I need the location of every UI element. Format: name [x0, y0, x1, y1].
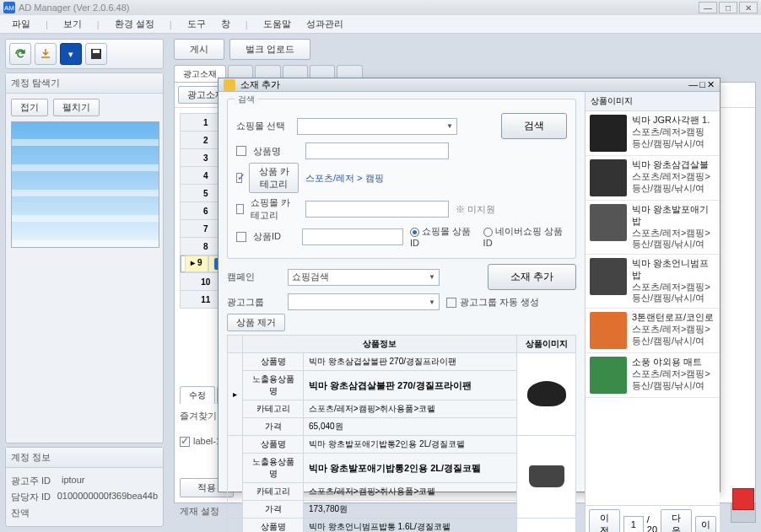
save-button[interactable]: [85, 43, 107, 65]
gallery-item-title: 빅마 JGR사각팬 1.: [632, 115, 710, 126]
mall-select[interactable]: ▼: [297, 118, 457, 135]
p3-image: [517, 519, 576, 533]
tab-edit[interactable]: 수정: [180, 386, 215, 404]
gallery-item[interactable]: 소풍 야외용 매트스포츠/레저>캠핑>등산/캠핑/낚시/여: [586, 353, 720, 398]
radio-mall-id[interactable]: 쇼핑몰 상품ID: [410, 225, 477, 248]
refresh-button[interactable]: [9, 43, 31, 65]
campaign-label: 캠페인: [227, 271, 281, 283]
menu-help[interactable]: 도움말: [256, 16, 298, 32]
p2-exp: 빅마 왕초발포애기밥통2인용 2L/경질코펠: [304, 454, 517, 483]
owner-id-label: 담당자 ID: [11, 491, 57, 503]
menu-window[interactable]: 창: [214, 16, 237, 32]
page-input[interactable]: [623, 516, 644, 532]
gallery-thumb: [590, 204, 627, 241]
dialog-title: 소재 추가: [240, 78, 280, 91]
account-info-title: 계정 정보: [6, 448, 163, 468]
p2-price: 173,780원: [304, 501, 517, 519]
product-name-label: 상품명: [253, 145, 281, 158]
gallery-item[interactable]: 빅마 왕초언니범프밥스포츠/레저>캠핑>등산/캠핑/낚시/여: [586, 255, 720, 309]
balance-label: 잔액: [11, 507, 62, 519]
account-tree-thumbnail[interactable]: [11, 121, 159, 248]
app-icon: AM: [3, 2, 15, 13]
advertiser-id-label: 광고주 ID: [11, 475, 62, 487]
p1-exp: 빅마 왕초삼겹살불판 270/경질프라이팬: [304, 371, 517, 400]
unfold-button[interactable]: 펼치기: [53, 99, 100, 116]
dialog-icon: [224, 79, 235, 91]
adgroup-select[interactable]: ▼: [288, 293, 440, 310]
maximize-button[interactable]: □: [719, 2, 737, 13]
product-id-checkbox[interactable]: [236, 232, 246, 242]
adgroup-label: 광고그룹: [227, 296, 281, 309]
campaign-select[interactable]: 쇼핑검색▼: [288, 269, 440, 286]
dialog-maximize-button[interactable]: □: [699, 79, 705, 90]
gallery-thumb: [590, 357, 627, 394]
product-id-label: 상품ID: [253, 230, 281, 243]
p1-name: 빅마 왕초삼겹살불판 270/경질프라이팬: [304, 353, 517, 371]
gallery-item-title: 3톤랜턴로프/코인로: [632, 312, 714, 324]
mall-category-checkbox[interactable]: [236, 204, 244, 214]
p1-price: 65,040원: [304, 418, 517, 436]
gallery-item[interactable]: 빅마 왕초삼겹살불스포츠/레저>캠핑>등산/캠핑/낚시/여: [586, 156, 720, 201]
gallery-item[interactable]: 3톤랜턴로프/코인로스포츠/레저>캠핑>등산/캠핑/낚시/여: [586, 309, 720, 353]
next-page-button[interactable]: 다음: [661, 509, 692, 532]
gallery-item[interactable]: 빅마 JGR사각팬 1.스포츠/레저>캠핑등산/캠핑/낚시/여: [586, 111, 720, 156]
gallery-item-title: 소풍 야외용 매트: [632, 357, 710, 368]
unsupported-label: ※ 미지원: [456, 203, 495, 216]
mall-category-label: 쇼핑몰 카테고리: [251, 196, 299, 222]
gallery-thumb: [590, 258, 627, 295]
gallery-item-title: 빅마 왕초삼겹살불: [632, 159, 710, 171]
product-id-input[interactable]: [302, 228, 403, 245]
product-name-input[interactable]: [305, 142, 449, 159]
row-selector[interactable]: ▸: [228, 353, 243, 436]
mall-select-label: 쇼핑몰 선택: [236, 120, 290, 132]
menubar: 파일 | 보기 | 환경 설정 | 도구 창 | 도움말 성과관리: [0, 15, 761, 34]
p2-image: [517, 436, 576, 519]
close-button[interactable]: ✕: [739, 2, 758, 13]
dialog-close-button[interactable]: ✕: [707, 79, 715, 90]
menu-perf[interactable]: 성과관리: [300, 16, 350, 32]
search-button[interactable]: 검색: [501, 113, 567, 139]
menu-tool[interactable]: 도구: [181, 16, 213, 32]
gallery-title: 상품이미지: [586, 92, 720, 111]
add-material-dialog: 소재 추가 — □ ✕ 검색 쇼핑몰 선택 ▼ 검색 상품명: [218, 78, 721, 492]
brand-badge: [732, 488, 754, 510]
app-titlebar: AM AD Manager (Ver 2.0.6.48) — □ ✕: [0, 0, 761, 15]
mall-category-input[interactable]: [305, 201, 449, 218]
menu-view[interactable]: 보기: [57, 16, 89, 32]
publish-button[interactable]: 게시: [174, 39, 224, 60]
gallery-thumb: [590, 312, 627, 349]
p2-name: 빅마 왕초발포애기밥통2인용 2L/경질코펠: [304, 436, 517, 454]
page-total: / 20: [647, 514, 657, 532]
minimize-button[interactable]: —: [699, 2, 717, 13]
row-selector[interactable]: [228, 436, 243, 519]
menu-file[interactable]: 파일: [5, 16, 37, 32]
col-product-info: 상품정보: [243, 336, 517, 353]
add-material-button[interactable]: 소재 추가: [488, 264, 576, 290]
product-category-checkbox[interactable]: [236, 173, 242, 183]
radio-naver-id[interactable]: 네이버쇼핑 상품ID: [483, 225, 567, 248]
dialog-minimize-button[interactable]: —: [688, 79, 698, 90]
dropdown-button[interactable]: ▾: [60, 43, 82, 65]
remove-product-button[interactable]: 상품 제거: [227, 314, 285, 331]
download-button[interactable]: [35, 43, 57, 65]
product-category-button[interactable]: 상품 카테고리: [249, 163, 299, 193]
bulk-upload-button[interactable]: 벌크 업로드: [229, 39, 310, 60]
adgroup-auto-checkbox[interactable]: 광고그룹 자동 생성: [446, 296, 539, 309]
gallery-item[interactable]: 빅마 왕초발포애기밥스포츠/레저>캠핑>등산/캠핑/낚시/여: [586, 201, 720, 255]
main-toolbar: ▾: [5, 39, 164, 69]
p1-cat: 스포츠/레저>캠핑>취사용품>코펠: [304, 400, 517, 418]
product-name-checkbox[interactable]: [236, 146, 246, 156]
more-page-button[interactable]: 이: [695, 516, 716, 533]
row-selector[interactable]: [228, 519, 243, 533]
product-category-value: 스포츠/레저 > 캠핑: [305, 172, 384, 185]
row-header[interactable]: ▸ 9: [185, 255, 208, 272]
gallery-item-title: 빅마 왕초발포애기밥: [632, 204, 715, 228]
fold-button[interactable]: 접기: [11, 99, 48, 116]
owner-id-value: 0100000000f369bea44b: [57, 491, 158, 503]
gallery-thumb: [590, 159, 627, 196]
account-explorer-title: 계정 탐색기: [6, 73, 163, 94]
gallery-thumb: [590, 115, 627, 152]
prev-page-button[interactable]: 이전: [589, 509, 620, 532]
menu-env[interactable]: 환경 설정: [108, 16, 161, 32]
p2-cat: 스포츠/레저>캠핑>취사용품>코펠: [304, 483, 517, 501]
